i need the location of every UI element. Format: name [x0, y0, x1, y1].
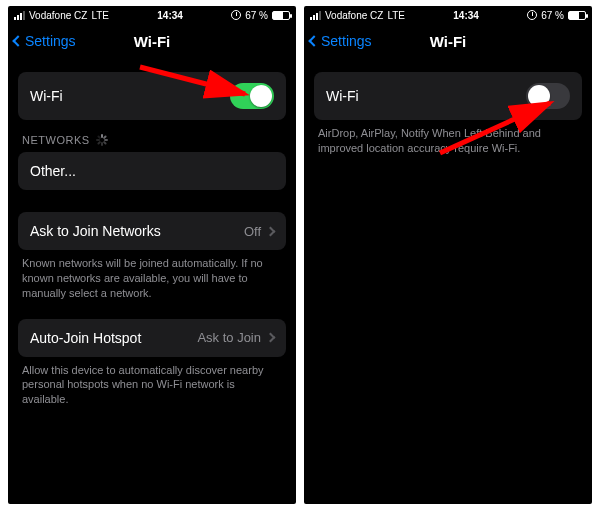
chevron-right-icon: [266, 333, 276, 343]
wifi-toggle[interactable]: [230, 83, 274, 109]
chevron-left-icon: [12, 35, 23, 46]
chevron-left-icon: [308, 35, 319, 46]
other-label: Other...: [30, 163, 76, 179]
signal-bars-icon: [310, 11, 321, 20]
carrier-label: Vodafone CZ: [325, 10, 383, 21]
signal-bars-icon: [14, 11, 25, 20]
alarm-icon: [231, 10, 241, 20]
wifi-label: Wi-Fi: [30, 88, 63, 104]
battery-icon: [272, 11, 290, 20]
back-button[interactable]: Settings: [310, 24, 372, 58]
status-bar: Vodafone CZ LTE 14:34 67 %: [304, 6, 592, 24]
screenshot-wifi-on: Vodafone CZ LTE 14:34 67 % Settings Wi-F…: [8, 6, 296, 504]
wifi-toggle-row[interactable]: Wi-Fi: [314, 72, 582, 120]
page-title: Wi-Fi: [430, 33, 467, 50]
auto-join-hotspot-desc: Allow this device to automatically disco…: [8, 357, 296, 408]
spinner-icon: [96, 134, 108, 146]
clock-label: 14:34: [109, 10, 231, 21]
other-network-row[interactable]: Other...: [18, 152, 286, 190]
nav-bar: Settings Wi-Fi: [304, 24, 592, 58]
network-type-label: LTE: [91, 10, 109, 21]
ask-to-join-row[interactable]: Ask to Join Networks Off: [18, 212, 286, 250]
back-button[interactable]: Settings: [14, 24, 76, 58]
wifi-toggle[interactable]: [526, 83, 570, 109]
screenshot-wifi-off: Vodafone CZ LTE 14:34 67 % Settings Wi-F…: [304, 6, 592, 504]
clock-label: 14:34: [405, 10, 527, 21]
back-label: Settings: [25, 33, 76, 49]
network-type-label: LTE: [387, 10, 405, 21]
auto-join-hotspot-row[interactable]: Auto-Join Hotspot Ask to Join: [18, 319, 286, 357]
wifi-toggle-row[interactable]: Wi-Fi: [18, 72, 286, 120]
wifi-off-desc: AirDrop, AirPlay, Notify When Left Behin…: [304, 120, 592, 156]
ask-to-join-label: Ask to Join Networks: [30, 223, 161, 239]
chevron-right-icon: [266, 226, 276, 236]
networks-header: NETWORKS: [8, 134, 296, 146]
status-bar: Vodafone CZ LTE 14:34 67 %: [8, 6, 296, 24]
battery-icon: [568, 11, 586, 20]
battery-pct-label: 67 %: [245, 10, 268, 21]
battery-pct-label: 67 %: [541, 10, 564, 21]
alarm-icon: [527, 10, 537, 20]
ask-to-join-value: Off: [244, 224, 261, 239]
back-label: Settings: [321, 33, 372, 49]
wifi-label: Wi-Fi: [326, 88, 359, 104]
nav-bar: Settings Wi-Fi: [8, 24, 296, 58]
auto-join-hotspot-value: Ask to Join: [197, 330, 261, 345]
ask-to-join-desc: Known networks will be joined automatica…: [8, 250, 296, 301]
auto-join-hotspot-label: Auto-Join Hotspot: [30, 330, 141, 346]
carrier-label: Vodafone CZ: [29, 10, 87, 21]
page-title: Wi-Fi: [134, 33, 171, 50]
